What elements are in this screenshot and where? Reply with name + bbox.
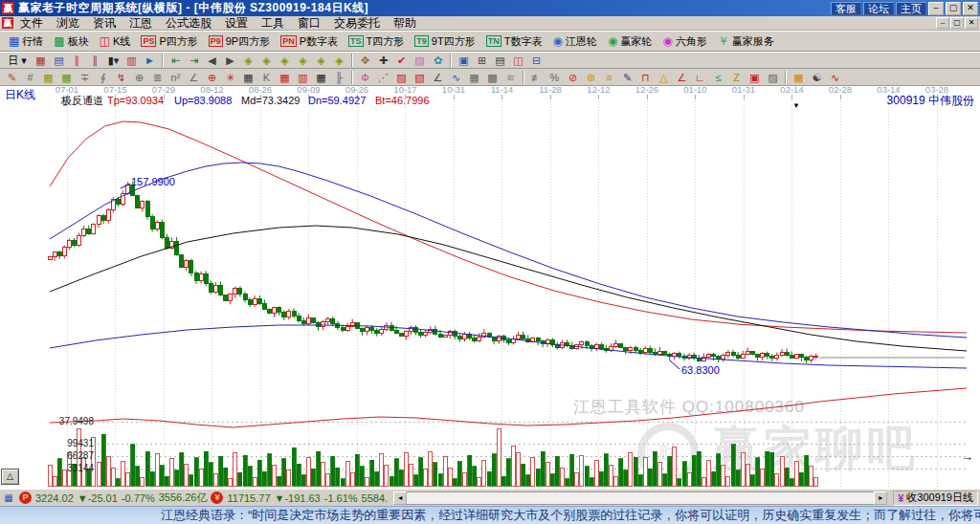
restore-button[interactable]: ▢ bbox=[946, 2, 961, 15]
child-close-button[interactable]: ✕ bbox=[965, 17, 978, 29]
tool-kline-view[interactable]: ▦ bbox=[32, 53, 50, 68]
tool-minute-chart[interactable]: ∥ bbox=[68, 53, 86, 68]
tool-first-bar[interactable]: ⇤ bbox=[167, 53, 185, 68]
title-link-home[interactable]: 主页 bbox=[896, 2, 926, 15]
tool-right-angle[interactable]: ∟ bbox=[691, 70, 709, 85]
tool-check-signal[interactable]: ✔ bbox=[392, 53, 411, 68]
tool-dark-grid[interactable]: ▦ bbox=[239, 70, 257, 85]
tool-terminal[interactable]: ▤ bbox=[491, 53, 509, 68]
tool-percent-circle[interactable]: ⊘ bbox=[564, 70, 582, 85]
tool-center-tool[interactable]: Ф bbox=[356, 70, 374, 85]
scroll-right-icon[interactable]: → bbox=[961, 449, 973, 464]
child-minimize-button[interactable]: – bbox=[936, 17, 949, 29]
tool-nav-diamond-expand[interactable]: ◈ bbox=[276, 53, 294, 68]
tool-black-grid[interactable]: ▦ bbox=[312, 70, 330, 85]
toolbar-p-square[interactable]: PSP四方形 bbox=[136, 33, 202, 51]
tool-chip-view[interactable]: ▥ bbox=[122, 53, 141, 68]
kline-chart[interactable]: 07-0107-1507-2908-1208-2609-0909-2610-17… bbox=[0, 86, 980, 489]
tool-z-tool[interactable]: Z bbox=[727, 70, 746, 85]
tool-gold-levels[interactable]: ≡ bbox=[600, 70, 618, 85]
toolbar-9t-square[interactable]: T99T四方形 bbox=[410, 33, 479, 51]
tool-hand-tool[interactable]: ✥ bbox=[356, 53, 374, 68]
tool-gann-grid-green[interactable]: ▦ bbox=[57, 70, 76, 85]
tool-red-wave[interactable]: ∿ bbox=[826, 70, 844, 85]
menu-文件[interactable]: 文件 bbox=[13, 15, 50, 32]
tool-angle-tool[interactable]: ∠ bbox=[185, 70, 203, 85]
tool-gann-fan[interactable]: ⋰ bbox=[374, 70, 392, 85]
tool-pyramid[interactable]: △ bbox=[655, 70, 673, 85]
tool-red-box[interactable]: ▣ bbox=[746, 70, 764, 85]
toolbar-hexagon[interactable]: ◉六角形 bbox=[657, 33, 711, 51]
tool-hash-grid[interactable]: # bbox=[21, 70, 39, 85]
tool-shade-box-2[interactable]: ▧ bbox=[411, 70, 429, 85]
tool-gold-circle[interactable]: ⊜ bbox=[582, 70, 600, 85]
title-link-support[interactable]: 客服 bbox=[831, 2, 861, 15]
toolbar-t-square[interactable]: TST四方形 bbox=[344, 33, 409, 51]
menu-窗口[interactable]: 窗口 bbox=[291, 15, 327, 32]
menu-交易委托[interactable]: 交易委托 bbox=[327, 15, 387, 32]
tool-report-view[interactable]: ▤ bbox=[50, 53, 68, 68]
tool-less-equal[interactable]: ≤ bbox=[709, 70, 727, 85]
tool-dragon-tool[interactable]: ✿ bbox=[429, 53, 447, 68]
toolbar-p-table[interactable]: PNP数字表 bbox=[276, 33, 343, 51]
tool-nav-diamond-left[interactable]: ◈ bbox=[239, 53, 257, 68]
toolbar-winner-wheel[interactable]: ◉赢家轮 bbox=[603, 33, 657, 51]
tool-next-bar[interactable]: ▶ bbox=[221, 53, 239, 68]
tool-pen-tool[interactable]: ✎ bbox=[3, 70, 21, 85]
menu-资讯[interactable]: 资讯 bbox=[86, 15, 122, 32]
triangle-toggle-button[interactable]: △ bbox=[2, 469, 18, 484]
tool-n-square[interactable]: n² bbox=[167, 70, 185, 85]
tool-color-grid[interactable]: ▦ bbox=[790, 70, 808, 85]
tool-grid-b[interactable]: ▩ bbox=[483, 70, 501, 85]
tool-flag-mark[interactable]: ↯ bbox=[112, 70, 130, 85]
toolbar-9p-square[interactable]: P99P四方形 bbox=[204, 33, 275, 51]
tool-bar-divider[interactable]: ≢ bbox=[527, 70, 546, 85]
scrollbar-right-arrow[interactable]: ▸ bbox=[874, 491, 887, 505]
tool-red-grid-arrow[interactable]: ▦ bbox=[276, 70, 294, 85]
menu-浏览[interactable]: 浏览 bbox=[50, 15, 86, 32]
tool-circle-cross[interactable]: ⊕ bbox=[130, 70, 148, 85]
tool-crosshair-tool[interactable]: ✚ bbox=[374, 53, 392, 68]
menu-江恩[interactable]: 江恩 bbox=[122, 15, 159, 32]
tool-gann-grid-yellow[interactable]: ▦ bbox=[39, 70, 57, 85]
close-button[interactable]: ✕ bbox=[963, 2, 978, 15]
tool-nav-diamond-all[interactable]: ◈ bbox=[330, 53, 348, 68]
tool-slant-grid[interactable]: ▨ bbox=[764, 70, 782, 85]
tool-i-beam[interactable]: ⊓ bbox=[636, 70, 655, 85]
tool-wave-lines[interactable]: ≋ bbox=[501, 70, 520, 85]
tool-star-burst[interactable]: ✳ bbox=[221, 70, 239, 85]
horizontal-scrollbar[interactable]: ◂ ▸ bbox=[393, 491, 887, 505]
tool-candle-style[interactable]: ▮▾ bbox=[104, 53, 122, 68]
tool-last-bar[interactable]: ⇥ bbox=[185, 53, 203, 68]
tool-pen-blue[interactable]: ✎ bbox=[618, 70, 636, 85]
tool-save-chart[interactable]: ◫ bbox=[509, 53, 527, 68]
menu-设置[interactable]: 设置 bbox=[218, 15, 255, 32]
tool-nav-diamond-right[interactable]: ◈ bbox=[257, 53, 276, 68]
tool-span-tool[interactable]: ╟ bbox=[330, 70, 348, 85]
tool-red-circle-cross[interactable]: ⊕ bbox=[203, 70, 221, 85]
tool-flag-tool[interactable]: ► bbox=[141, 53, 159, 68]
toolbar-sectors[interactable]: ▩板块 bbox=[49, 33, 93, 51]
tool-chip-dist[interactable]: ▨ bbox=[411, 53, 429, 68]
tool-zigzag-wave[interactable]: ∿ bbox=[447, 70, 465, 85]
menu-公式选股[interactable]: 公式选股 bbox=[159, 15, 218, 32]
toolbar-kline[interactable]: ◫K线 bbox=[95, 33, 136, 51]
tool-k-marker[interactable]: K bbox=[257, 70, 276, 85]
tool-nav-diamond-center[interactable]: ◈ bbox=[312, 53, 330, 68]
scrollbar-left-arrow[interactable]: ◂ bbox=[393, 491, 407, 505]
tool-calculator[interactable]: ⊞ bbox=[473, 53, 491, 68]
toolbar-market-quotes[interactable]: ▦行情 bbox=[4, 33, 48, 51]
tool-data-download[interactable]: ⊟ bbox=[527, 53, 546, 68]
tool-angle-red[interactable]: ∠ bbox=[673, 70, 691, 85]
tool-time-ruler[interactable]: ∓ bbox=[76, 70, 94, 85]
toolbar-t-table[interactable]: TNT数字表 bbox=[481, 33, 547, 51]
menu-工具[interactable]: 工具 bbox=[255, 15, 291, 32]
tool-line-grid[interactable]: ≣ bbox=[148, 70, 167, 85]
toolbar-winner-service[interactable]: ￥赢家服务 bbox=[713, 33, 779, 51]
tool-multi-minute[interactable]: ∥ bbox=[86, 53, 104, 68]
tool-grid-a[interactable]: ▦ bbox=[465, 70, 483, 85]
title-link-forum[interactable]: 论坛 bbox=[863, 2, 894, 15]
tool-red-grid-2[interactable]: ▥ bbox=[294, 70, 312, 85]
menu-帮助[interactable]: 帮助 bbox=[387, 15, 423, 32]
scrollbar-track[interactable] bbox=[407, 491, 874, 505]
